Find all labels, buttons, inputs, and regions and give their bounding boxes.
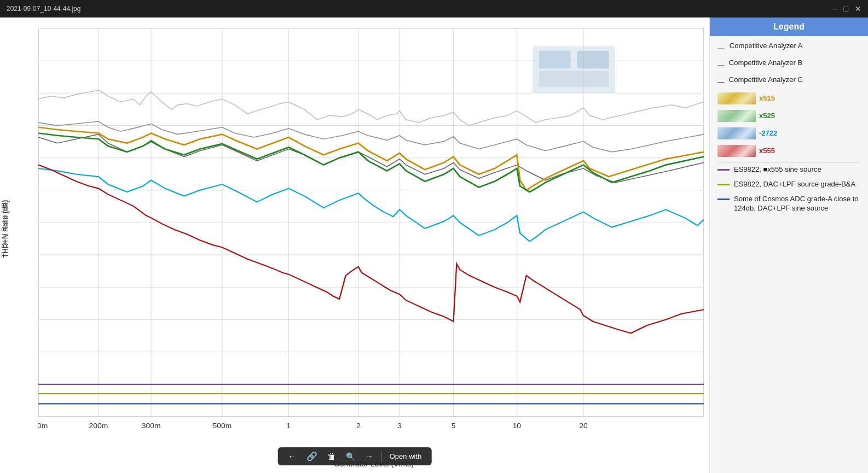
minimize-button[interactable]: ─ (832, 5, 837, 13)
legend-item-es9822-dac: ES9822, DAC+LPF source grade-B&A (717, 180, 860, 189)
zoom-button[interactable]: 🔍 (344, 451, 357, 462)
svg-rect-54 (539, 71, 609, 87)
chart-area: THD+N Ratio (dB) (0, 17, 709, 473)
svg-text:100m: 100m (38, 422, 48, 430)
legend-item-comp-b: ─ Competitive Analyzer B (717, 59, 860, 70)
legend-label-x525: x525 (759, 112, 775, 121)
titlebar: 2021-09-07_10-44-44.jpg ─ □ ✕ (0, 0, 868, 17)
legend-label-x2722: -2722 (759, 129, 777, 138)
maximize-button[interactable]: □ (844, 5, 848, 13)
legend-label-cosmos: Some of Cosmos ADC grade-A close to 124d… (734, 195, 860, 213)
legend-label-comp-a: Competitive Analyzer A (730, 42, 803, 51)
svg-text:3: 3 (397, 422, 402, 430)
svg-text:5: 5 (452, 422, 456, 430)
legend-item-cosmos: Some of Cosmos ADC grade-A close to 124d… (717, 195, 860, 213)
svg-rect-52 (539, 51, 571, 68)
svg-text:300m: 300m (142, 422, 161, 430)
legend-thumb-x525 (717, 110, 756, 122)
close-button[interactable]: ✕ (855, 5, 861, 13)
legend-label-x555: x555 (759, 147, 775, 156)
legend-label-x515: x515 (759, 94, 775, 103)
svg-text:2: 2 (356, 422, 361, 430)
link-button[interactable]: 🔗 (304, 450, 320, 463)
open-with-button[interactable]: Open with (387, 451, 424, 462)
legend-item-x2722: -2722 (717, 127, 860, 139)
svg-text:1: 1 (287, 422, 291, 430)
main-window: 2021-09-07_10-44-44.jpg ─ □ ✕ THD+N Rati… (0, 0, 868, 473)
legend-thumb-x555 (717, 145, 756, 157)
legend-label-es9822-dac: ES9822, DAC+LPF source grade-B&A (734, 180, 855, 189)
back-button[interactable]: ← (286, 451, 299, 463)
legend-item-x555: x555 (717, 145, 860, 157)
legend-dash-comp-b: ─ (717, 60, 725, 70)
legend-item-x525: x525 (717, 110, 860, 122)
y-axis-label-text: THD+N Ratio (dB) (1, 200, 9, 258)
legend-dash-comp-a: ─ (717, 43, 725, 53)
window-title: 2021-09-07_10-44-44.jpg (7, 5, 80, 13)
content-area: THD+N Ratio (dB) (0, 17, 868, 473)
legend-panel: Legend ─ Competitive Analyzer A ─ Compet… (709, 17, 868, 473)
legend-label-es9822-sine: ES9822, ■x555 sine source (734, 165, 821, 174)
legend-label-comp-b: Competitive Analyzer B (729, 59, 802, 68)
legend-item-es9822-sine: ES9822, ■x555 sine source (717, 165, 860, 174)
svg-rect-53 (577, 51, 609, 68)
legend-thumb-x515 (717, 92, 756, 104)
legend-body: ─ Competitive Analyzer A ─ Competitive A… (710, 36, 868, 224)
svg-text:500m: 500m (212, 422, 232, 430)
legend-header: Legend (710, 17, 868, 36)
svg-text:200m: 200m (89, 422, 108, 430)
forward-button[interactable]: → (363, 451, 376, 463)
chart-svg: −95.0 −97.5 −100.0 −102.5 −105.0 −107.5 … (38, 28, 704, 440)
trash-button[interactable]: 🗑 (325, 451, 338, 463)
legend-item-comp-c: ─ Competitive Analyzer C (717, 75, 860, 87)
svg-text:10: 10 (513, 422, 521, 430)
window-controls: ─ □ ✕ (832, 5, 861, 13)
legend-thumb-x2722 (717, 127, 756, 139)
legend-label-comp-c: Competitive Analyzer C (729, 75, 803, 85)
legend-dash-comp-c: ─ (717, 77, 725, 87)
legend-item-comp-a: ─ Competitive Analyzer A (717, 42, 860, 53)
svg-text:20: 20 (579, 422, 587, 430)
legend-item-x515: x515 (717, 92, 860, 104)
